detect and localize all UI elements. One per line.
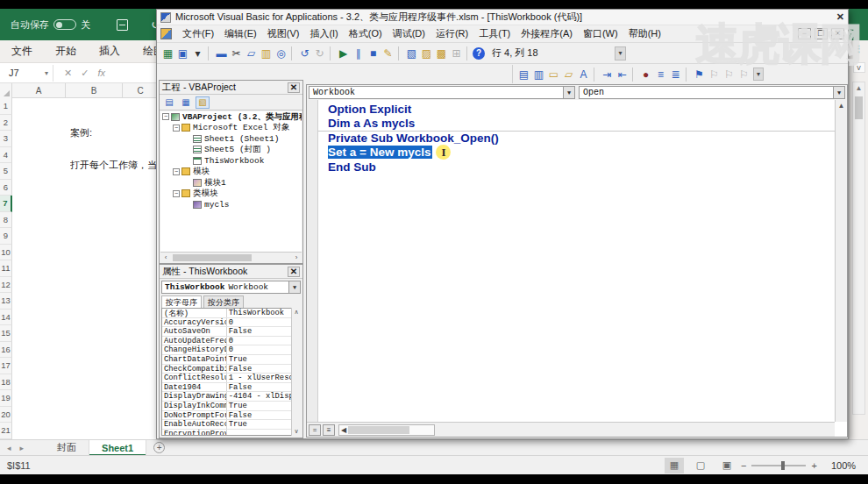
project-tree-item[interactable]: ThisWorkbook bbox=[160, 155, 302, 167]
autosave-toggle[interactable]: 自动保存 关 bbox=[11, 18, 90, 32]
name-box[interactable]: J7 ▾ bbox=[3, 65, 53, 82]
copy-icon[interactable]: ▱ bbox=[244, 46, 259, 60]
view-code-icon[interactable]: ▤ bbox=[162, 96, 176, 109]
toolbox-icon[interactable]: ⊞ bbox=[449, 46, 464, 60]
row-header[interactable]: 17 bbox=[0, 358, 12, 374]
quick-info-icon[interactable]: ▭ bbox=[546, 67, 561, 82]
menu-item[interactable]: 外接程序(A) bbox=[516, 25, 578, 42]
row-header[interactable]: 12 bbox=[0, 277, 12, 294]
properties-vertical-scrollbar[interactable]: ∧ ∨ bbox=[291, 308, 301, 436]
dropdown-arrow-icon[interactable]: ▼ bbox=[288, 281, 300, 293]
toolbar-separator[interactable] bbox=[291, 46, 297, 60]
breakpoint-margin[interactable] bbox=[307, 100, 318, 422]
properties-panel-header[interactable]: 属性 - ThisWorkbook ✕ bbox=[160, 265, 302, 279]
undo-icon[interactable]: ↺ bbox=[297, 46, 312, 60]
indent-icon[interactable]: ⇥ bbox=[600, 67, 615, 82]
list-properties-icon[interactable]: ▤ bbox=[516, 67, 531, 82]
procedure-view-icon[interactable]: = bbox=[309, 424, 321, 436]
zoom-slider[interactable] bbox=[751, 465, 806, 466]
row-header[interactable]: 21 bbox=[0, 423, 12, 439]
code-horizontal-scrollbar[interactable]: ◀ bbox=[338, 424, 435, 436]
enter-icon[interactable]: ✓ bbox=[81, 68, 89, 79]
row-header[interactable]: 18 bbox=[0, 374, 12, 391]
column-header-b[interactable]: B bbox=[66, 83, 123, 97]
row-header[interactable]: 3 bbox=[0, 131, 12, 147]
save-icon[interactable]: ▬ bbox=[214, 46, 229, 60]
row-header[interactable]: 19 bbox=[0, 390, 12, 407]
menu-item[interactable]: 视图(V) bbox=[262, 25, 305, 42]
row-header[interactable]: 2 bbox=[0, 115, 12, 132]
scroll-left-icon[interactable]: ‹ bbox=[160, 253, 171, 261]
scroll-up-icon[interactable]: ▲ bbox=[836, 102, 847, 110]
ribbon-tab[interactable]: 插入 bbox=[88, 44, 132, 59]
cancel-icon[interactable]: ✕ bbox=[64, 68, 72, 79]
view-object-icon[interactable]: ▦ bbox=[179, 96, 193, 109]
reset-icon[interactable]: ■ bbox=[366, 46, 381, 60]
properties-window-icon[interactable]: ▨ bbox=[419, 46, 434, 60]
ribbon-tab[interactable]: 文件 bbox=[0, 44, 44, 59]
row-header[interactable]: 5 bbox=[0, 163, 12, 180]
property-row[interactable]: AutoUpdateFreque 0 bbox=[162, 337, 300, 346]
property-row[interactable]: AccuracyVersion 0 bbox=[162, 318, 300, 328]
zoom-out-icon[interactable]: − bbox=[741, 460, 746, 471]
menu-item[interactable]: 调试(D) bbox=[388, 25, 430, 42]
toolbar-separator[interactable] bbox=[398, 46, 404, 60]
project-tree-item[interactable]: − Microsoft Excel 对象 bbox=[160, 123, 302, 134]
menu-item[interactable]: 编辑(E) bbox=[219, 25, 262, 42]
row-header[interactable]: 13 bbox=[0, 293, 12, 310]
close-icon[interactable]: ✕ bbox=[288, 267, 300, 277]
property-row[interactable]: DisplayInkCommer True bbox=[162, 402, 300, 411]
project-horizontal-scrollbar[interactable]: ‹ › bbox=[160, 252, 302, 262]
toolbar-separator[interactable] bbox=[208, 46, 214, 60]
row-header[interactable]: 16 bbox=[0, 342, 12, 359]
row-header[interactable]: 7 bbox=[0, 196, 12, 212]
code-line[interactable]: Option Explicit I bbox=[318, 102, 835, 117]
add-sheet-icon[interactable]: + bbox=[153, 442, 165, 453]
cut-icon[interactable]: ✂ bbox=[229, 46, 244, 60]
save-icon[interactable] bbox=[117, 19, 128, 31]
code-editing-area[interactable]: Option Explicit I Dim a As mycls I Priva… bbox=[307, 100, 835, 422]
row-header[interactable]: 11 bbox=[0, 260, 12, 277]
scroll-right-icon[interactable]: › bbox=[291, 253, 302, 261]
zoom-level[interactable]: 100% bbox=[831, 460, 856, 471]
property-row[interactable]: ChangeHistoryDur 0 bbox=[162, 345, 300, 355]
row-header[interactable]: 4 bbox=[0, 147, 12, 164]
design-mode-icon[interactable]: ✎ bbox=[381, 46, 395, 60]
find-icon[interactable]: ◎ bbox=[274, 46, 288, 60]
name-box-dropdown-icon[interactable]: ▾ bbox=[45, 69, 53, 77]
fx-icon[interactable]: fx bbox=[97, 68, 105, 79]
property-row[interactable]: (名称) ThisWorkbook bbox=[162, 309, 300, 318]
outdent-icon[interactable]: ⇤ bbox=[615, 67, 630, 82]
menu-item[interactable]: 工具(T) bbox=[473, 25, 516, 42]
list-constants-icon[interactable]: ▥ bbox=[531, 67, 546, 82]
tree-expander-icon[interactable]: − bbox=[173, 190, 180, 197]
code-line[interactable]: End Sub I bbox=[318, 160, 835, 174]
zoom-slider-thumb[interactable] bbox=[781, 461, 785, 470]
run-icon[interactable]: ▶ bbox=[336, 46, 351, 60]
close-icon[interactable]: ✕ bbox=[288, 82, 300, 93]
ribbon-tab[interactable]: 开始 bbox=[44, 44, 88, 59]
scroll-down-icon[interactable]: ∨ bbox=[292, 428, 301, 435]
scrollbar-thumb[interactable] bbox=[855, 96, 863, 119]
property-row[interactable]: ChartDataPointTr True bbox=[162, 355, 300, 365]
procedure-dropdown[interactable]: Open ▼ bbox=[579, 86, 845, 99]
toolbar-separator[interactable] bbox=[686, 68, 692, 82]
dropdown-arrow-icon[interactable]: ▼ bbox=[563, 87, 574, 98]
comment-block-icon[interactable]: ≡ bbox=[653, 67, 668, 82]
project-tree-item[interactable]: mycls bbox=[160, 199, 302, 210]
project-tree-item[interactable]: − 类模块 bbox=[160, 189, 302, 200]
select-all-corner[interactable] bbox=[0, 83, 12, 98]
project-tree-item[interactable]: Sheet1 (Sheet1) bbox=[160, 133, 302, 145]
property-row[interactable]: EncryptionProvid bbox=[162, 430, 300, 436]
property-row[interactable]: CheckCompatibili False bbox=[162, 365, 300, 374]
toggle-breakpoint-icon[interactable]: ● bbox=[638, 67, 653, 82]
row-header[interactable]: 9 bbox=[0, 228, 12, 245]
redo-icon[interactable]: ↻ bbox=[312, 46, 327, 60]
toolbar-separator[interactable] bbox=[594, 68, 600, 82]
menu-item[interactable]: 文件(F) bbox=[177, 25, 219, 42]
uncomment-block-icon[interactable]: ≣ bbox=[668, 67, 683, 82]
row-header[interactable]: 1 bbox=[0, 98, 12, 115]
page-break-view-icon[interactable]: ▣ bbox=[717, 458, 736, 473]
project-tree-item[interactable]: − VBAProject (3.2、类与应用程 bbox=[160, 111, 302, 123]
scrollbar-thumb[interactable] bbox=[348, 426, 409, 434]
